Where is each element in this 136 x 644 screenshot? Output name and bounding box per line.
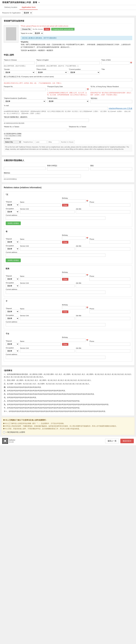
dob-input[interactable]	[101, 61, 129, 64]
email-input[interactable]	[4, 107, 108, 110]
address-input[interactable]	[90, 100, 132, 103]
reasons-select[interactable]: 選差事 旅遊 商務 探親 其他	[22, 11, 32, 14]
emergency-phone-input[interactable]	[47, 167, 89, 170]
mother-add-button[interactable]: 先填寫人的地址	[6, 258, 21, 262]
father-address-input[interactable]	[6, 216, 105, 220]
daughter-birthday-input[interactable]	[62, 339, 86, 342]
visa-info-box: 若已有入港/澳永久居民身份，則不可勾選此選項	[21, 36, 132, 40]
daughter-address-input[interactable]	[6, 356, 105, 359]
daughter-job-input[interactable]	[76, 350, 130, 353]
mother-clear-button[interactable]: Clear	[62, 241, 68, 244]
father-service-input[interactable]	[20, 210, 75, 214]
son-phone-input[interactable]	[89, 310, 130, 313]
mobile-no-input[interactable]	[4, 128, 67, 131]
son-calendar-icon[interactable]: 📅	[86, 307, 88, 309]
warning-checkbox-label[interactable]: □ 我已閱讀並同意上述聲明	[3, 431, 133, 433]
house-number-input[interactable]	[60, 140, 75, 144]
company-name-input[interactable]	[4, 78, 132, 82]
mother-calendar-icon[interactable]: 📅	[86, 237, 88, 239]
marital-select[interactable]: 選差事 未婚 已婚	[47, 100, 89, 103]
father-occupation-select[interactable]: 選差事	[6, 210, 19, 214]
alley-input[interactable]	[47, 140, 59, 144]
father-name-input[interactable]	[20, 204, 61, 206]
spouse-birthday-input[interactable]	[62, 274, 86, 277]
place-birth-select[interactable]: 選差事	[36, 70, 67, 74]
name-english-input[interactable]	[36, 61, 100, 64]
daughter-name-input[interactable]	[20, 342, 61, 346]
next-button[interactable]: 確認並提交	[120, 439, 134, 443]
passport-no-input[interactable]	[4, 88, 46, 91]
city-select[interactable]: Select City 台北市 新北市 桃園市 台中市	[4, 140, 21, 144]
id-no-input[interactable]	[90, 88, 132, 91]
mother-deposit-select[interactable]: 選差事	[6, 240, 19, 244]
name-chinese-input[interactable]	[4, 61, 35, 64]
gender-select[interactable]: 選差事 男 女	[4, 70, 35, 74]
son-job-input[interactable]	[76, 317, 130, 320]
mother-address-input[interactable]	[6, 254, 105, 257]
son-name-input[interactable]	[20, 310, 61, 313]
daughter-deposit-select[interactable]: 選差事	[6, 342, 19, 346]
emergency-relation-input[interactable]	[90, 167, 132, 170]
mother-phone-input[interactable]	[89, 240, 130, 244]
tab-application[interactable]: Application form	[20, 5, 38, 10]
son-service-input[interactable]	[20, 317, 75, 320]
consent-option-3[interactable]: ○ 確認駁回	[45, 50, 53, 51]
spouse-clear-button[interactable]: Clear	[62, 278, 68, 281]
clear-photo-button[interactable]: Clear	[44, 28, 50, 31]
son-deposit-select[interactable]: 選差事	[6, 310, 19, 313]
qualification-select[interactable]: 選差事 高中 大學 碩士 博士	[4, 100, 46, 103]
lane-input[interactable]	[35, 140, 47, 144]
apply-visa-select[interactable]: 選差事	[33, 32, 43, 35]
father-label: *父	[6, 193, 130, 196]
spouse-job-input[interactable]	[76, 284, 130, 288]
mother-birthday-input[interactable]	[62, 236, 86, 240]
son-address-input[interactable]	[6, 323, 105, 326]
spouse-deposit-select[interactable]: 選差事	[6, 277, 19, 281]
emergency-address-input[interactable]	[4, 174, 81, 178]
son-clear-button[interactable]: Clear	[62, 310, 68, 313]
telephone-input[interactable]	[69, 128, 132, 131]
spouse-name-input[interactable]	[20, 278, 61, 281]
spouse-calendar-icon[interactable]: 📅	[86, 274, 88, 276]
neighborhood-input[interactable]	[22, 140, 34, 144]
father-add-button[interactable]: 先填寫人的地址	[6, 222, 21, 225]
back-button[interactable]: 返回上一頁	[105, 439, 119, 443]
son-birthday-input[interactable]	[62, 306, 86, 309]
current-position-select[interactable]: 選差事	[69, 70, 100, 74]
father-job-input[interactable]	[76, 210, 130, 214]
mother-occupation-select[interactable]: 選差事	[6, 247, 19, 250]
mobile-taiwan-input[interactable]	[4, 118, 89, 122]
spouse-occupation-select[interactable]: 選差事	[6, 284, 19, 288]
consent-option-1[interactable]: ◉ 確認意向	[28, 50, 36, 51]
footer-nav: 返回上一頁 確認並提交	[105, 439, 134, 443]
daughter-phone-input[interactable]	[89, 342, 130, 346]
daughter-calendar-icon[interactable]: 📅	[86, 339, 88, 341]
father-calendar-icon[interactable]: 📅	[86, 200, 88, 202]
dropdown-arrow-icon[interactable]: ▼	[38, 2, 40, 4]
daughter-service-input[interactable]	[20, 350, 75, 353]
tab-delivery[interactable]: Delivery location	[2, 5, 20, 10]
consent-option-2[interactable]: ○ 確認駁回	[37, 50, 45, 51]
choose-file-button[interactable]: Choose File	[21, 28, 32, 31]
mother-job-input[interactable]	[76, 247, 130, 250]
mother-name-input[interactable]	[20, 240, 61, 244]
father-row-2: Occupation 選差事 Service Unit Job title	[6, 208, 130, 214]
passport-expiry-input[interactable]	[47, 88, 86, 91]
daughter-clear-button[interactable]: Clear	[62, 343, 68, 346]
father-deposit-select[interactable]: 選差事	[6, 203, 19, 206]
spouse-service-input[interactable]	[20, 284, 75, 288]
warning-checkbox[interactable]	[3, 431, 5, 433]
father-clear-button[interactable]: Clear	[62, 204, 68, 206]
calendar-icon[interactable]: 📅	[130, 62, 132, 64]
passport-calendar-icon[interactable]: 📅	[87, 88, 89, 90]
email-link[interactable]: mlaction@keyuex.com 已完成	[109, 107, 132, 110]
spouse-phone-input[interactable]	[89, 278, 130, 281]
spouse-address-input[interactable]	[6, 291, 105, 294]
father-phone-input[interactable]	[89, 204, 130, 206]
mother-service-input[interactable]	[20, 247, 75, 250]
crop-photo-button[interactable]: Cropping photo automatically	[51, 28, 75, 31]
emergency-name-input[interactable]	[4, 167, 46, 170]
son-occupation-select[interactable]: 選差事	[6, 316, 19, 320]
father-birthday-input[interactable]	[62, 200, 86, 203]
daughter-occupation-select[interactable]: 選差事	[6, 349, 19, 353]
